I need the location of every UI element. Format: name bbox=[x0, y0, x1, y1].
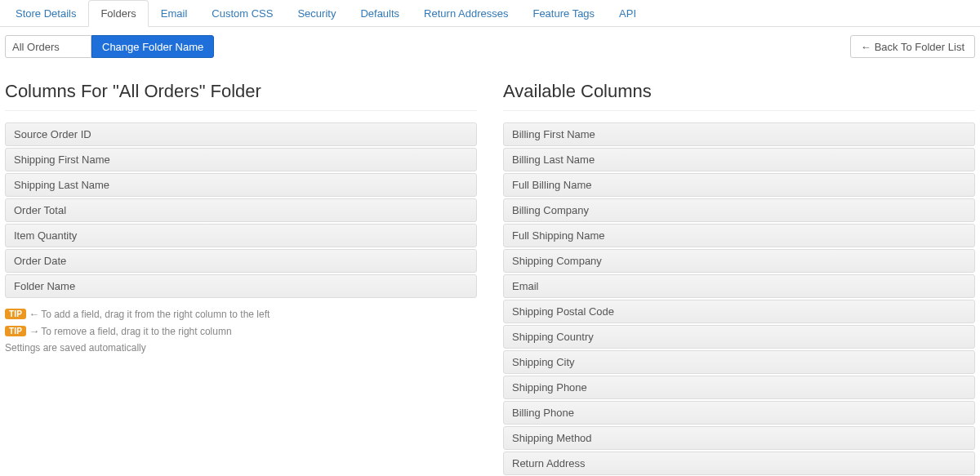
tip-badge: TIP bbox=[5, 326, 26, 336]
list-item[interactable]: Shipping Country bbox=[503, 325, 975, 349]
available-columns-list[interactable]: Billing First NameBilling Last NameFull … bbox=[503, 122, 975, 476]
available-columns-heading: Available Columns bbox=[503, 81, 975, 111]
list-item[interactable]: Shipping City bbox=[503, 350, 975, 374]
arrow-left-icon: ← bbox=[29, 308, 38, 320]
list-item[interactable]: Billing First Name bbox=[503, 122, 975, 146]
list-item[interactable]: Shipping Last Name bbox=[5, 173, 477, 197]
folder-name-input[interactable] bbox=[5, 35, 91, 58]
tab-defaults[interactable]: Defaults bbox=[348, 0, 412, 27]
toolbar: Change Folder Name ← Back To Folder List bbox=[0, 27, 980, 66]
list-item[interactable]: Billing Phone bbox=[503, 401, 975, 425]
list-item[interactable]: Email bbox=[503, 274, 975, 298]
list-item[interactable]: Item Quantity bbox=[5, 224, 477, 247]
available-columns-panel: Available Columns Billing First NameBill… bbox=[503, 66, 975, 476]
tab-email[interactable]: Email bbox=[149, 0, 200, 27]
back-to-folder-list-button[interactable]: ← Back To Folder List bbox=[850, 35, 975, 58]
list-item[interactable]: Shipping Company bbox=[503, 249, 975, 273]
hint-autosave-text: Settings are saved automatically bbox=[5, 342, 146, 354]
list-item[interactable]: Shipping First Name bbox=[5, 148, 477, 171]
selected-columns-heading: Columns For "All Orders" Folder bbox=[5, 81, 477, 111]
list-item[interactable]: Billing Last Name bbox=[503, 148, 975, 171]
tab-store-details[interactable]: Store Details bbox=[3, 0, 88, 27]
hints: TIP ← To add a field, drag it from the r… bbox=[5, 308, 477, 354]
tabs: Store DetailsFoldersEmailCustom CSSSecur… bbox=[0, 0, 980, 27]
change-folder-name-button[interactable]: Change Folder Name bbox=[91, 35, 214, 58]
hint-add-text: To add a field, drag it from the right c… bbox=[41, 309, 270, 320]
arrow-right-icon: → bbox=[29, 325, 38, 337]
tab-security[interactable]: Security bbox=[285, 0, 348, 27]
selected-columns-panel: Columns For "All Orders" Folder Source O… bbox=[5, 66, 477, 476]
list-item[interactable]: Full Shipping Name bbox=[503, 224, 975, 247]
tab-folders[interactable]: Folders bbox=[88, 0, 148, 27]
list-item[interactable]: Billing Company bbox=[503, 198, 975, 222]
tab-return-addresses[interactable]: Return Addresses bbox=[412, 0, 520, 27]
list-item[interactable]: Folder Name bbox=[5, 274, 477, 298]
list-item[interactable]: Return Address bbox=[503, 452, 975, 475]
back-button-label: Back To Folder List bbox=[875, 42, 964, 52]
selected-columns-list[interactable]: Source Order IDShipping First NameShippi… bbox=[5, 122, 477, 298]
tab-feature-tags[interactable]: Feature Tags bbox=[520, 0, 607, 27]
tab-api[interactable]: API bbox=[607, 0, 648, 27]
tab-custom-css[interactable]: Custom CSS bbox=[199, 0, 285, 27]
tip-badge: TIP bbox=[5, 309, 26, 319]
list-item[interactable]: Order Total bbox=[5, 198, 477, 222]
list-item[interactable]: Shipping Phone bbox=[503, 376, 975, 399]
arrow-left-icon: ← bbox=[861, 42, 871, 52]
list-item[interactable]: Shipping Postal Code bbox=[503, 300, 975, 323]
list-item[interactable]: Source Order ID bbox=[5, 122, 477, 146]
list-item[interactable]: Full Billing Name bbox=[503, 173, 975, 197]
list-item[interactable]: Shipping Method bbox=[503, 426, 975, 450]
list-item[interactable]: Order Date bbox=[5, 249, 477, 273]
hint-remove-text: To remove a field, drag it to the right … bbox=[41, 326, 231, 337]
